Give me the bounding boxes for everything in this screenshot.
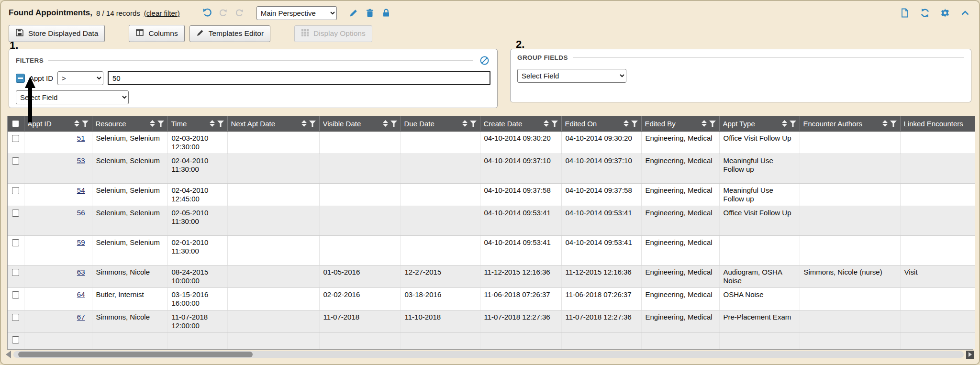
filter-funnel-icon[interactable] bbox=[82, 121, 89, 127]
filter-funnel-icon[interactable] bbox=[470, 121, 477, 127]
cell-edited_on: 11-06-2018 07:26:37 bbox=[561, 288, 641, 310]
app-window: Found Appointments, 8 / 14 records (clea… bbox=[0, 0, 980, 365]
sort-icon[interactable] bbox=[544, 120, 549, 127]
lock-icon[interactable] bbox=[380, 7, 392, 19]
filter-funnel-icon[interactable] bbox=[890, 121, 897, 127]
column-label: Visible Date bbox=[323, 120, 380, 128]
row-checkbox[interactable] bbox=[12, 210, 19, 217]
filter-operator-select[interactable]: > bbox=[57, 71, 103, 85]
column-label: Edited On bbox=[565, 120, 621, 128]
filter-funnel-icon[interactable] bbox=[157, 121, 164, 127]
sort-icon[interactable] bbox=[74, 120, 79, 127]
appt-id-link[interactable]: 59 bbox=[77, 238, 85, 246]
filter-funnel-icon[interactable] bbox=[790, 121, 796, 127]
cell-linked_encounters bbox=[900, 183, 975, 206]
clear-filters-icon[interactable] bbox=[478, 54, 490, 66]
scrollbar-thumb[interactable] bbox=[18, 352, 253, 357]
appt-id-link[interactable]: 67 bbox=[77, 313, 85, 321]
sort-icon[interactable] bbox=[782, 120, 787, 127]
cell-resource: Simmons, Nicole bbox=[92, 265, 167, 288]
appt-id-link[interactable]: 56 bbox=[77, 209, 85, 217]
row-checkbox[interactable] bbox=[12, 157, 19, 165]
sort-icon[interactable] bbox=[624, 120, 629, 127]
select-all-checkbox[interactable] bbox=[12, 120, 19, 127]
repeat-icon bbox=[234, 7, 246, 19]
gear-icon[interactable] bbox=[939, 7, 951, 19]
column-header-next_apt_date[interactable]: Next Apt Date bbox=[227, 116, 319, 131]
refresh-icon[interactable] bbox=[919, 7, 931, 19]
row-checkbox[interactable] bbox=[12, 187, 19, 194]
row-checkbox[interactable] bbox=[12, 239, 19, 246]
row-checkbox[interactable] bbox=[12, 135, 19, 142]
table-row: 54Selenium, Selenium02-04-2010 12:45:000… bbox=[8, 183, 975, 206]
filter-funnel-icon[interactable] bbox=[551, 121, 558, 127]
sort-icon[interactable] bbox=[210, 120, 215, 127]
clear-filter-link[interactable]: (clear filter) bbox=[144, 9, 180, 17]
cell-linked_encounters bbox=[900, 235, 975, 265]
columns-button[interactable]: Columns bbox=[129, 25, 184, 42]
column-header-resource[interactable]: Resource bbox=[92, 116, 167, 131]
column-header-appt_type[interactable]: Appt Type bbox=[719, 116, 800, 131]
filter-funnel-icon[interactable] bbox=[709, 121, 716, 127]
column-header-due_date[interactable]: Due Date bbox=[401, 116, 480, 131]
cell-appt_type: Office Visit Follow Up bbox=[719, 206, 800, 235]
cell-empty bbox=[167, 332, 227, 349]
table-row: 59Selenium, Selenium02-01-2010 11:30:000… bbox=[8, 235, 975, 265]
cell-appt_type bbox=[719, 235, 800, 265]
column-header-time[interactable]: Time bbox=[167, 116, 227, 131]
store-displayed-data-button[interactable]: Store Displayed Data bbox=[9, 25, 105, 42]
row-select-cell bbox=[8, 131, 24, 154]
appt-id-link[interactable]: 53 bbox=[77, 156, 85, 165]
row-checkbox[interactable] bbox=[12, 291, 19, 299]
appt-id-link[interactable]: 54 bbox=[77, 186, 85, 194]
row-select-cell bbox=[8, 206, 24, 235]
columns-icon bbox=[135, 28, 144, 39]
sort-icon[interactable] bbox=[150, 120, 155, 127]
perspective-select[interactable]: Main Perspective bbox=[256, 6, 337, 20]
cell-time: 11-07-2018 12:00:00 bbox=[167, 310, 227, 332]
cell-edited_by: Engineering, Medical bbox=[641, 206, 719, 235]
sort-icon[interactable] bbox=[383, 120, 388, 127]
sort-icon[interactable] bbox=[882, 120, 888, 127]
redo-icon bbox=[217, 7, 230, 19]
column-header-edited_on[interactable]: Edited On bbox=[561, 116, 641, 131]
column-header-linked_encounters[interactable]: Linked Encounters bbox=[900, 116, 975, 131]
row-checkbox[interactable] bbox=[12, 314, 19, 321]
scroll-left-button[interactable] bbox=[6, 351, 11, 358]
templates-editor-button[interactable]: Templates Editor bbox=[189, 25, 270, 42]
scrollbar-track[interactable] bbox=[13, 351, 964, 358]
column-header-visible_date[interactable]: Visible Date bbox=[319, 116, 401, 131]
row-checkbox[interactable] bbox=[12, 336, 19, 343]
new-document-icon[interactable] bbox=[899, 7, 911, 19]
appt-id-link[interactable]: 51 bbox=[77, 134, 85, 142]
cell-encounter_authors bbox=[800, 131, 900, 154]
filter-funnel-icon[interactable] bbox=[309, 121, 316, 127]
row-checkbox[interactable] bbox=[12, 269, 19, 276]
collapse-icon[interactable] bbox=[959, 7, 971, 19]
appt-id-link[interactable]: 64 bbox=[77, 290, 85, 299]
group-select-field[interactable]: Select Field bbox=[517, 69, 626, 83]
delete-icon[interactable] bbox=[364, 7, 376, 19]
column-label: Appt Type bbox=[723, 120, 780, 128]
filter-funnel-icon[interactable] bbox=[631, 121, 638, 127]
cell-empty bbox=[641, 332, 719, 349]
cell-due_date bbox=[401, 206, 480, 235]
scroll-right-button[interactable] bbox=[966, 351, 974, 359]
sort-icon[interactable] bbox=[702, 120, 707, 127]
filter-funnel-icon[interactable] bbox=[390, 121, 397, 127]
cell-appt_type: Pre-Placement Exam bbox=[719, 310, 800, 332]
edit-icon[interactable] bbox=[347, 7, 360, 19]
sort-icon[interactable] bbox=[462, 120, 468, 127]
column-header-create_date[interactable]: Create Date bbox=[480, 116, 561, 131]
column-header-encounter_authors[interactable]: Encounter Authors bbox=[800, 116, 900, 131]
sort-icon[interactable] bbox=[301, 120, 307, 127]
undo-icon[interactable] bbox=[201, 7, 213, 19]
appt-id-link[interactable]: 63 bbox=[77, 268, 85, 276]
annotation-arrow bbox=[24, 77, 36, 122]
cell-edited_on: 04-10-2014 09:53:41 bbox=[561, 206, 641, 235]
cell-id: 56 bbox=[24, 206, 92, 235]
column-header-edited_by[interactable]: Edited By bbox=[641, 116, 719, 131]
filter-funnel-icon[interactable] bbox=[217, 121, 224, 127]
filter-value-input[interactable] bbox=[108, 71, 490, 85]
cell-edited_on: 04-10-2014 09:30:20 bbox=[561, 131, 641, 154]
